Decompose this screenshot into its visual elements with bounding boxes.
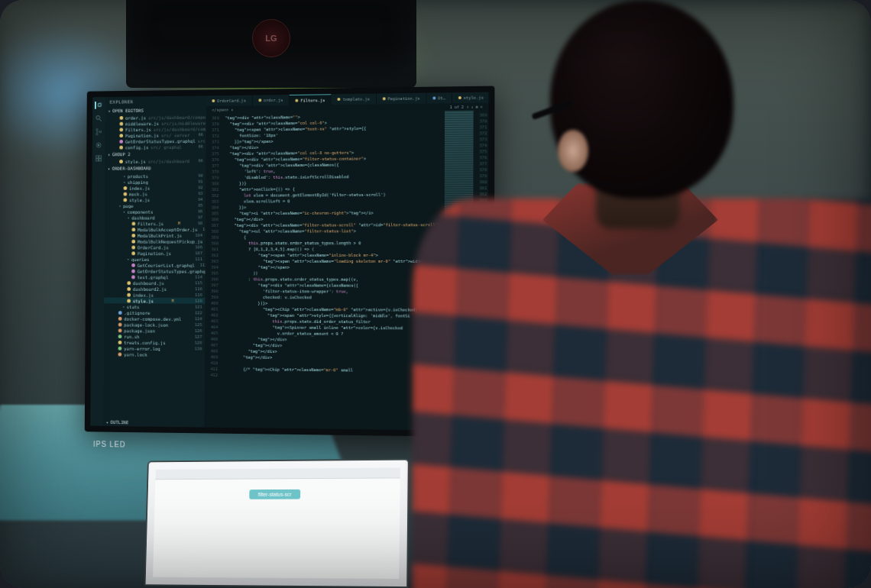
code-editor: EXPLORER OPEN EDITORS order.js src/js/da… — [90, 92, 488, 431]
debug-icon[interactable] — [95, 141, 102, 149]
breadcrumb-item: </span> ▸ — [212, 108, 233, 112]
monitor-secondary: LG — [126, 0, 416, 88]
open-editor-item[interactable]: GetOrderStatusTypes.graphql src/js/api/g… — [105, 137, 206, 144]
editor-tab[interactable]: OrderCard.js — [206, 95, 253, 106]
open-editor-item[interactable]: Filters.js src/js/dashboard/components63 — [105, 125, 206, 132]
lg-logo-icon: LG — [252, 19, 290, 57]
tree-item[interactable]: queries111 — [105, 256, 206, 262]
explorer-sidebar[interactable]: EXPLORER OPEN EDITORS order.js src/js/da… — [103, 95, 206, 427]
code-area[interactable]: 369 370 371 372 373 374 375 376 377 378 … — [204, 110, 488, 431]
tree-item[interactable]: ModalBulkAcceptOrder.js103 — [105, 226, 206, 232]
tree-item[interactable]: ModalBulkRequestPickup.js105 — [105, 238, 206, 244]
files-icon[interactable] — [95, 102, 102, 109]
tree-item[interactable]: test.graphql114 — [104, 273, 205, 279]
tree-item[interactable]: GetOrderStatusTypes.graphql113 — [104, 268, 205, 274]
svg-rect-9 — [99, 156, 102, 158]
monitor-primary: EXPLORER OPEN EDITORS order.js src/js/da… — [85, 86, 495, 438]
search-result-count: 1 of 2 — [450, 105, 464, 109]
outline-section[interactable]: OUTLINE — [103, 418, 204, 427]
scene: LG EXPLORER OPEN EDITORS order.js src/js… — [0, 0, 871, 588]
editor-tab[interactable]: Ot… — [426, 92, 452, 103]
monitor-badge: IPS LED — [93, 440, 126, 448]
minimap[interactable] — [444, 111, 474, 431]
tree-item[interactable]: yarn.lock — [104, 351, 205, 358]
tree-item[interactable]: GetCourierList.graphql112 — [105, 262, 206, 268]
source-control-icon[interactable] — [96, 128, 102, 136]
tree-item[interactable]: Pagination.js107 — [105, 250, 206, 256]
laptop-screen: filter-status-scr — [153, 468, 400, 579]
editor-tab[interactable]: template.js — [332, 94, 377, 105]
editor-pane: OrderCard.jsorder.jsFilters.jstemplate.j… — [204, 92, 488, 431]
editor-tab[interactable]: Filters.js — [290, 94, 332, 105]
editor-tab[interactable]: Pagination.js — [377, 93, 427, 105]
editor-tab[interactable]: order.js — [253, 95, 290, 105]
laptop: filter-status-scr — [144, 459, 410, 588]
laptop-chip: filter-status-scr — [249, 489, 300, 499]
svg-point-2 — [96, 116, 100, 120]
code-content[interactable]: "tag"><div "attr">className=""> "tag"><d… — [220, 111, 445, 430]
search-nav-icons[interactable]: ↑ ↓ ≡ × — [467, 105, 483, 109]
tree-item[interactable]: ModalBulkPrint.js104 — [105, 232, 206, 238]
svg-rect-8 — [96, 156, 99, 158]
svg-point-6 — [99, 131, 101, 132]
svg-point-4 — [96, 128, 98, 130]
svg-line-3 — [99, 119, 102, 121]
svg-point-5 — [96, 133, 98, 134]
svg-rect-11 — [99, 159, 102, 161]
tree-item[interactable]: OrderCard.js106 — [105, 244, 206, 250]
svg-rect-10 — [96, 159, 99, 161]
editor-tab[interactable]: style.js — [452, 92, 491, 104]
file-tree[interactable]: products90shipping91index.js92mock.js93s… — [103, 172, 206, 419]
line-gutter: 369 370 371 372 373 374 375 376 377 378 … — [204, 114, 222, 428]
line-gutter-right: 369 370 371 372 373 374 375 376 377 378 … — [473, 110, 489, 431]
search-icon[interactable] — [96, 115, 102, 122]
extensions-icon[interactable] — [95, 155, 102, 163]
